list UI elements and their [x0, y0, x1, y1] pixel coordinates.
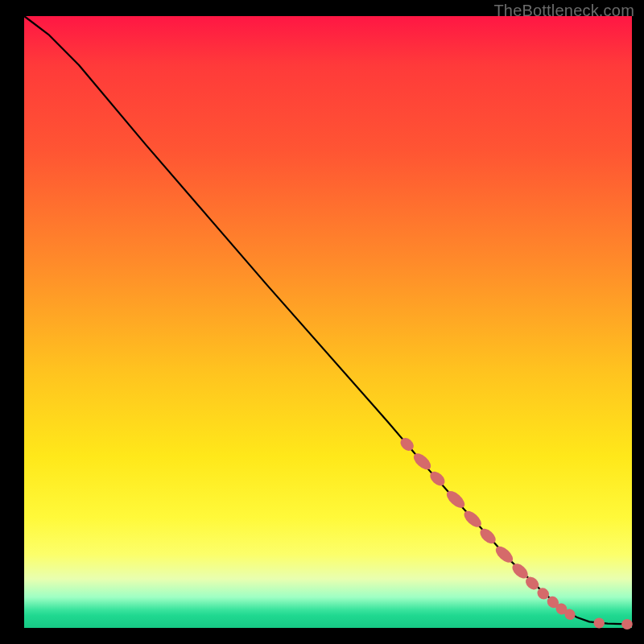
- curve-line: [24, 16, 629, 624]
- chart-frame: TheBottleneck.com: [0, 0, 644, 644]
- watermark-text: TheBottleneck.com: [493, 2, 634, 20]
- data-marker: [593, 617, 605, 628]
- plot-area: [24, 16, 632, 628]
- data-marker: [621, 619, 633, 630]
- chart-svg: [24, 16, 632, 628]
